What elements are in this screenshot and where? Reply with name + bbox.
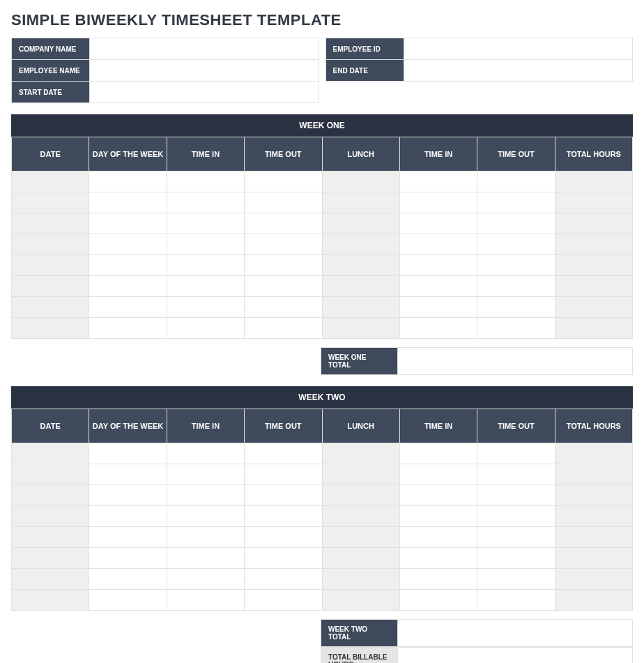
time-out-2-cell[interactable] xyxy=(477,569,555,590)
date-cell[interactable] xyxy=(12,569,89,590)
day-cell[interactable] xyxy=(89,234,167,255)
day-cell[interactable] xyxy=(89,213,167,234)
time-out-1-cell[interactable] xyxy=(245,318,322,339)
time-out-1-cell[interactable] xyxy=(245,192,322,213)
total-hours-cell[interactable] xyxy=(555,213,632,234)
time-in-1-cell[interactable] xyxy=(167,464,244,485)
time-out-2-cell[interactable] xyxy=(477,255,555,276)
time-in-2-cell[interactable] xyxy=(399,506,477,527)
time-in-1-cell[interactable] xyxy=(167,234,244,255)
time-out-1-cell[interactable] xyxy=(245,213,322,234)
date-cell[interactable] xyxy=(12,485,89,506)
day-cell[interactable] xyxy=(89,297,167,318)
lunch-cell[interactable] xyxy=(322,506,399,527)
time-out-2-cell[interactable] xyxy=(477,548,555,569)
week-one-total-value[interactable] xyxy=(398,347,633,375)
time-in-2-cell[interactable] xyxy=(399,297,477,318)
employee-id-field[interactable] xyxy=(404,38,633,60)
time-out-2-cell[interactable] xyxy=(477,590,555,611)
time-out-2-cell[interactable] xyxy=(477,506,555,527)
date-cell[interactable] xyxy=(12,464,89,485)
day-cell[interactable] xyxy=(89,569,167,590)
date-cell[interactable] xyxy=(12,318,89,339)
day-cell[interactable] xyxy=(89,172,167,192)
lunch-cell[interactable] xyxy=(322,192,399,213)
date-cell[interactable] xyxy=(12,234,89,255)
time-out-1-cell[interactable] xyxy=(245,590,322,611)
time-in-2-cell[interactable] xyxy=(399,569,477,590)
time-out-1-cell[interactable] xyxy=(245,172,322,192)
time-out-2-cell[interactable] xyxy=(477,318,555,339)
time-out-1-cell[interactable] xyxy=(245,464,322,485)
time-in-1-cell[interactable] xyxy=(167,590,244,611)
total-hours-cell[interactable] xyxy=(555,548,632,569)
date-cell[interactable] xyxy=(12,255,89,276)
time-in-1-cell[interactable] xyxy=(167,443,244,464)
total-hours-cell[interactable] xyxy=(555,485,632,506)
day-cell[interactable] xyxy=(89,443,167,464)
total-hours-cell[interactable] xyxy=(555,255,632,276)
date-cell[interactable] xyxy=(12,276,89,297)
time-out-2-cell[interactable] xyxy=(477,276,555,297)
total-hours-cell[interactable] xyxy=(555,569,632,590)
time-out-1-cell[interactable] xyxy=(245,569,322,590)
total-hours-cell[interactable] xyxy=(555,192,632,213)
day-cell[interactable] xyxy=(89,590,167,611)
total-hours-cell[interactable] xyxy=(555,506,632,527)
time-in-2-cell[interactable] xyxy=(399,276,477,297)
lunch-cell[interactable] xyxy=(322,485,399,506)
total-hours-cell[interactable] xyxy=(555,590,632,611)
lunch-cell[interactable] xyxy=(322,464,399,485)
lunch-cell[interactable] xyxy=(322,318,399,339)
day-cell[interactable] xyxy=(89,527,167,548)
time-in-2-cell[interactable] xyxy=(399,443,477,464)
time-out-1-cell[interactable] xyxy=(245,255,322,276)
time-in-2-cell[interactable] xyxy=(399,255,477,276)
time-in-1-cell[interactable] xyxy=(167,548,244,569)
total-hours-cell[interactable] xyxy=(555,464,632,485)
date-cell[interactable] xyxy=(12,213,89,234)
end-date-field[interactable] xyxy=(404,60,633,82)
time-in-1-cell[interactable] xyxy=(167,527,244,548)
day-cell[interactable] xyxy=(89,506,167,527)
date-cell[interactable] xyxy=(12,172,89,192)
time-out-2-cell[interactable] xyxy=(477,443,555,464)
time-in-2-cell[interactable] xyxy=(399,234,477,255)
time-out-1-cell[interactable] xyxy=(245,485,322,506)
total-hours-cell[interactable] xyxy=(555,318,632,339)
time-in-2-cell[interactable] xyxy=(399,213,477,234)
date-cell[interactable] xyxy=(12,192,89,213)
week-two-total-value[interactable] xyxy=(398,619,633,647)
start-date-field[interactable] xyxy=(90,82,319,103)
day-cell[interactable] xyxy=(89,548,167,569)
time-in-2-cell[interactable] xyxy=(399,590,477,611)
time-in-1-cell[interactable] xyxy=(167,318,244,339)
lunch-cell[interactable] xyxy=(322,297,399,318)
total-hours-cell[interactable] xyxy=(555,234,632,255)
time-in-1-cell[interactable] xyxy=(167,255,244,276)
lunch-cell[interactable] xyxy=(322,276,399,297)
time-out-1-cell[interactable] xyxy=(245,506,322,527)
day-cell[interactable] xyxy=(89,255,167,276)
time-in-1-cell[interactable] xyxy=(167,297,244,318)
lunch-cell[interactable] xyxy=(322,590,399,611)
lunch-cell[interactable] xyxy=(322,548,399,569)
total-hours-cell[interactable] xyxy=(555,443,632,464)
time-out-2-cell[interactable] xyxy=(477,234,555,255)
total-billable-value[interactable] xyxy=(398,647,633,663)
date-cell[interactable] xyxy=(12,506,89,527)
date-cell[interactable] xyxy=(12,548,89,569)
time-out-1-cell[interactable] xyxy=(245,548,322,569)
time-in-2-cell[interactable] xyxy=(399,464,477,485)
time-out-2-cell[interactable] xyxy=(477,527,555,548)
time-out-2-cell[interactable] xyxy=(477,172,555,192)
time-in-2-cell[interactable] xyxy=(399,527,477,548)
total-hours-cell[interactable] xyxy=(555,172,632,192)
date-cell[interactable] xyxy=(12,297,89,318)
time-in-2-cell[interactable] xyxy=(399,548,477,569)
lunch-cell[interactable] xyxy=(322,234,399,255)
lunch-cell[interactable] xyxy=(322,443,399,464)
time-in-1-cell[interactable] xyxy=(167,192,244,213)
time-in-1-cell[interactable] xyxy=(167,506,244,527)
lunch-cell[interactable] xyxy=(322,213,399,234)
